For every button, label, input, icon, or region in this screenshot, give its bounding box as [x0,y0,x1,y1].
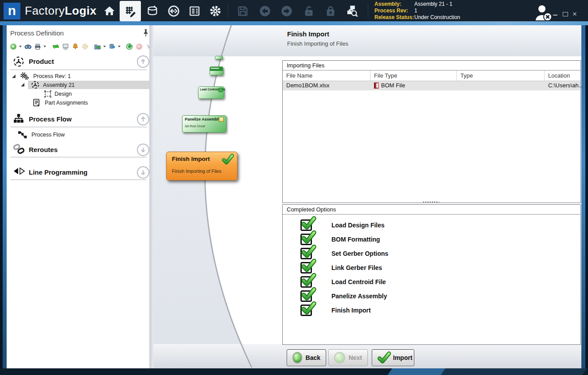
home-button[interactable] [102,4,117,18]
expand-reroutes-button[interactable] [137,144,149,156]
step-icon [218,88,223,92]
check-icon [300,305,312,316]
process-rev-icon [20,72,29,81]
documents-button[interactable] [187,4,202,18]
sidebar-section-product[interactable]: Product [29,58,54,65]
column-file-type[interactable]: File Type [370,70,457,81]
wizard-step-distant[interactable] [215,56,223,59]
process-definition-button[interactable] [123,4,137,18]
refresh-button[interactable] [125,43,133,51]
process-rev-label: Process Rev: [374,8,413,14]
check-icon [300,248,312,259]
remove-disabled-button[interactable]: – [135,43,143,51]
gear-disabled-button[interactable] [81,43,89,51]
title-bar: n FactoryLogix [0,0,588,21]
brand-logix: Logix [65,4,97,18]
maximize-button[interactable] [563,12,568,16]
bom-file-icon [374,82,379,89]
column-location[interactable]: Location [545,70,580,81]
cell-file-type: BOM File [370,81,457,90]
expand-line-programming-button[interactable] [137,166,149,179]
expander-process-rev[interactable] [12,74,16,78]
find-button[interactable] [24,43,31,51]
assembly-value: Assembly 21 - 1 [414,1,460,8]
tree-item-part-assignments[interactable]: Part Assignments [45,100,88,106]
sidebar-section-reroutes[interactable]: Reroutes [29,146,58,153]
import-button[interactable]: Import [372,349,414,366]
tree-item-assembly[interactable]: Assembly 21 [43,82,75,88]
export-button[interactable] [93,43,101,51]
exchange-button[interactable] [52,43,59,51]
tree-item-design[interactable]: Design [55,91,72,97]
column-type[interactable]: Type [457,70,545,81]
wizard-step-link-gerber[interactable] [210,66,223,75]
add-button[interactable]: + [9,43,17,51]
wizard-step-finish-import-active[interactable]: Finish Import Finish Importing of Files [166,152,238,180]
user-logout-button[interactable] [533,4,555,21]
next-label: Next [349,354,362,361]
unlock-button[interactable] [302,4,316,18]
panel-splitter[interactable] [149,25,153,368]
export-dropdown-caret-icon[interactable] [103,46,106,47]
wizard-subtitle: Finish Importing of Files [287,40,348,47]
add-dropdown-caret-icon[interactable] [19,46,22,47]
minimize-button[interactable] [553,15,557,16]
cell-file-name: Demo1BOM.xlsx [283,81,370,90]
horizontal-splitter[interactable] [423,201,439,203]
expander-assembly[interactable] [21,83,24,86]
toolbar-separator [228,4,228,18]
importing-files-title: Importing Files [283,61,580,70]
import-db-button[interactable] [108,43,116,51]
completed-option: Link Gerber Files [300,262,382,273]
bell-button[interactable] [71,43,79,51]
data-button[interactable] [145,4,160,18]
wizard-step-load-centroid[interactable]: Load Centroid File [198,86,224,99]
mini-step-header [210,67,223,71]
print-dropdown-caret-icon[interactable] [43,46,46,47]
tree-item-process-rev[interactable]: Process Rev: 1 [33,73,71,79]
file-type-text: BOM File [381,81,405,90]
settings-button[interactable] [208,4,222,18]
collapse-product-button[interactable] [137,55,149,68]
process-rev-value: 1 [414,8,460,14]
process-search-button[interactable] [345,4,359,18]
assembly-label: Assembly: [374,1,413,8]
print-button[interactable] [34,43,41,51]
sync-button[interactable] [167,4,181,18]
option-label: BOM Formatting [331,236,380,243]
unlock-icon [303,5,315,17]
grid-pencil-icon [124,5,136,17]
frame-streak [388,368,450,375]
table-row[interactable]: Demo1BOM.xlsx BOM File C:\Users\ah... [283,81,580,90]
tree-item-process-flow[interactable]: Process Flow [31,132,65,138]
window-frame-right [585,25,588,368]
back-button[interactable]: ← Back [287,349,326,366]
section-divider [10,127,147,127]
import-dropdown-caret-icon[interactable] [118,46,121,47]
save-button[interactable] [236,4,250,18]
window-frame-right-inner [581,25,585,368]
section-divider [10,180,147,180]
undo-button[interactable] [258,4,272,18]
column-file-name[interactable]: File Name [283,70,370,81]
line-programming-icon [13,166,25,177]
cell-location: C:\Users\ah... [545,81,583,90]
importing-files-group: Importing Files File Name File Type Type… [282,60,581,203]
check-icon [300,234,312,245]
import-check-icon [378,352,389,364]
pin-icon[interactable] [142,29,149,37]
next-button[interactable]: → Next [328,349,368,366]
sidebar-section-line-programming[interactable]: Line Programming [29,168,88,176]
sidebar-section-process-flow[interactable]: Process Flow [29,115,72,123]
collapse-process-flow-button[interactable] [137,113,149,125]
redo-button[interactable] [280,4,294,18]
check-icon [300,262,312,273]
check-icon [300,219,312,231]
close-button[interactable]: × [572,11,577,17]
wizard-step-panelize[interactable]: Panelize Assembly Set Root Circuit [182,115,226,133]
next-arrow-icon: → [334,352,345,363]
sync-circle-icon [167,5,180,17]
release-status-label: Release Status: [374,14,413,21]
lock-release-button[interactable] [323,4,338,18]
board-button[interactable] [62,43,69,51]
